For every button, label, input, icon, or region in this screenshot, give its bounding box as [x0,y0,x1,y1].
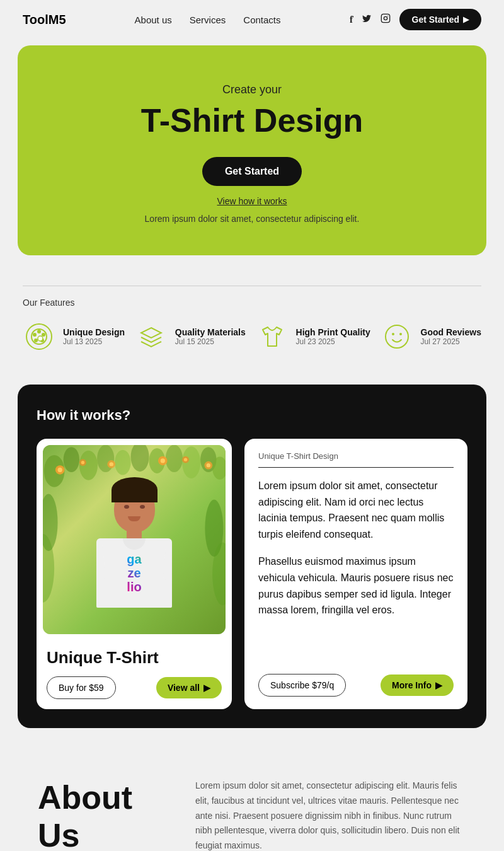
hero-view-link[interactable]: View how it works [43,196,461,206]
facebook-icon[interactable]: 𝐟 [350,14,353,25]
person-background: gazelio [43,445,226,634]
view-all-button[interactable]: View all ▶ [156,677,222,698]
feature-text-print: High Print Quality Jul 23 2025 [296,327,370,346]
social-icons: 𝐟 [350,13,391,26]
nav-about[interactable]: About us [135,14,172,25]
svg-point-9 [34,339,38,342]
svg-point-2 [387,16,388,16]
how-title: How it works? [37,407,467,424]
how-it-works-section: How it works? [18,385,486,728]
feature-good-reviews: Good Reviews Jul 27 2025 [381,320,481,353]
how-card-right: Unique T-Shirt Design Lorem ipsum dolor … [244,439,467,709]
hero-cta-button[interactable]: Get Started [202,157,302,186]
features-divider [23,286,481,286]
svg-point-31 [161,458,165,463]
feature-high-print: High Print Quality Jul 23 2025 [256,320,370,353]
svg-point-37 [184,458,187,461]
hero-subtitle: Create your [43,83,461,96]
hero-lorem: Lorem ipsum dolor sit amet, consectetur … [43,214,461,224]
svg-point-16 [64,447,79,472]
card-right-subtitle: Unique T-Shirt Design [258,451,454,461]
svg-rect-0 [381,14,389,22]
svg-point-5 [33,333,37,337]
how-card-left-bottom: Unique T-Shirt Buy for $59 View all ▶ [37,640,232,709]
arrow-icon: ▶ [463,15,469,24]
logo: ToolM5 [23,13,66,27]
svg-point-1 [384,16,387,20]
card-right-body: Lorem ipsum dolor sit amet, consectetur … [258,478,454,664]
card-right-divider [258,467,454,468]
feature-date-unique: Jul 13 2025 [63,337,125,346]
hero-title: T-Shirt Design [43,101,461,139]
feature-text-reviews: Good Reviews Jul 27 2025 [421,327,481,346]
feature-text-quality: Quality Materials Jul 15 2025 [175,327,246,346]
svg-point-12 [386,325,408,348]
about-text: Lorem ipsum dolor sit amet, consectetur … [195,779,466,851]
feature-name-unique: Unique Design [63,327,125,337]
card-right-actions: Subscribe $79/q More Info ▶ [258,674,454,697]
feature-date-print: Jul 23 2025 [296,337,370,346]
how-card-left: gazelio Unique T-Shirt Buy for $59 View … [37,439,232,709]
svg-point-14 [399,333,402,335]
features-title: Our Features [23,298,481,308]
card-right-header: Unique T-Shirt Design [258,451,454,478]
feature-name-quality: Quality Materials [175,327,246,337]
card-left-actions: Buy for $59 View all ▶ [47,676,222,699]
card-right-body1: Lorem ipsum dolor sit amet, consectetur … [258,478,454,542]
svg-point-20 [131,445,149,472]
subscribe-button[interactable]: Subscribe $79/q [258,674,346,697]
arrow-right-icon-2: ▶ [435,680,442,690]
svg-point-35 [81,461,84,464]
card-right-body2: Phasellus euismod maximus ipsum vehicula… [258,553,454,618]
feature-name-print: High Print Quality [296,327,370,337]
features-grid: Unique Design Jul 13 2025 Quality Materi… [23,320,481,353]
navbar-cta-button[interactable]: Get Started ▶ [399,9,481,30]
svg-point-7 [42,333,45,337]
svg-point-6 [37,330,41,333]
nav-contacts[interactable]: Contacts [243,14,280,25]
hero-section: Create your T-Shirt Design Get Started V… [18,45,486,255]
nav-links: About us Services Contacts [135,14,281,25]
more-info-button[interactable]: More Info ▶ [381,674,454,696]
svg-point-13 [392,333,394,335]
shirt-logo: gazelio [127,552,141,594]
feature-quality-materials: Quality Materials Jul 15 2025 [135,320,246,353]
svg-point-10 [38,336,43,341]
tshirt-image: gazelio [43,445,226,634]
svg-point-22 [166,445,183,472]
twitter-icon[interactable] [362,13,372,26]
feature-date-reviews: Jul 27 2025 [421,337,481,346]
how-cards: gazelio Unique T-Shirt Buy for $59 View … [37,439,467,709]
arrow-right-icon: ▶ [203,683,210,693]
nav-services[interactable]: Services [190,14,226,25]
about-section: About Us Lorem ipsum dolor sit amet, con… [0,747,504,851]
svg-marker-11 [141,328,161,338]
svg-point-29 [110,462,113,466]
tshirt-icon [256,320,289,353]
instagram-icon[interactable] [381,13,391,26]
features-section: Our Features Unique Design Jul 13 2025 [0,274,504,372]
feature-name-reviews: Good Reviews [421,327,481,337]
svg-point-19 [115,450,130,475]
svg-point-33 [207,463,210,467]
svg-point-27 [58,468,62,472]
smile-icon [381,320,413,353]
palette-icon [23,320,55,353]
card-left-title: Unique T-Shirt [47,648,222,668]
feature-date-quality: Jul 15 2025 [175,337,246,346]
buy-button[interactable]: Buy for $59 [47,676,116,699]
about-title: About Us [38,779,164,851]
layers-icon [135,320,168,353]
navbar: ToolM5 About us Services Contacts 𝐟 Get … [0,0,504,39]
feature-unique-design: Unique Design Jul 13 2025 [23,320,125,353]
feature-text-unique: Unique Design Jul 13 2025 [63,327,125,346]
